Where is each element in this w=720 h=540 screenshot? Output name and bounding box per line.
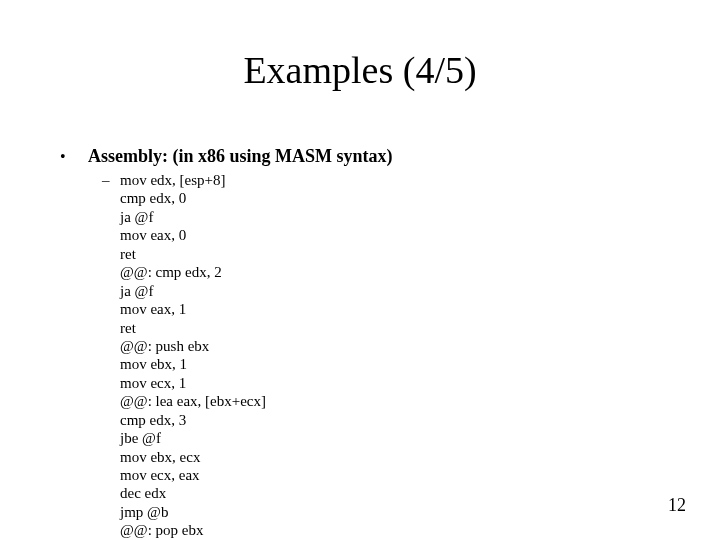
slide: Examples (4/5) • Assembly: (in x86 using…	[0, 0, 720, 540]
sub-bullet-row: – mov edx, [esp+8] cmp edx, 0 ja @f mov …	[102, 171, 660, 540]
bullet-row: • Assembly: (in x86 using MASM syntax)	[60, 146, 660, 167]
slide-body: • Assembly: (in x86 using MASM syntax) –…	[60, 146, 660, 540]
assembly-code-block: mov edx, [esp+8] cmp edx, 0 ja @f mov ea…	[120, 171, 266, 540]
page-number: 12	[668, 495, 686, 516]
slide-title: Examples (4/5)	[0, 48, 720, 92]
bullet-marker: •	[60, 148, 88, 166]
sub-bullet-marker: –	[102, 172, 120, 189]
bullet-text: Assembly: (in x86 using MASM syntax)	[88, 146, 393, 167]
